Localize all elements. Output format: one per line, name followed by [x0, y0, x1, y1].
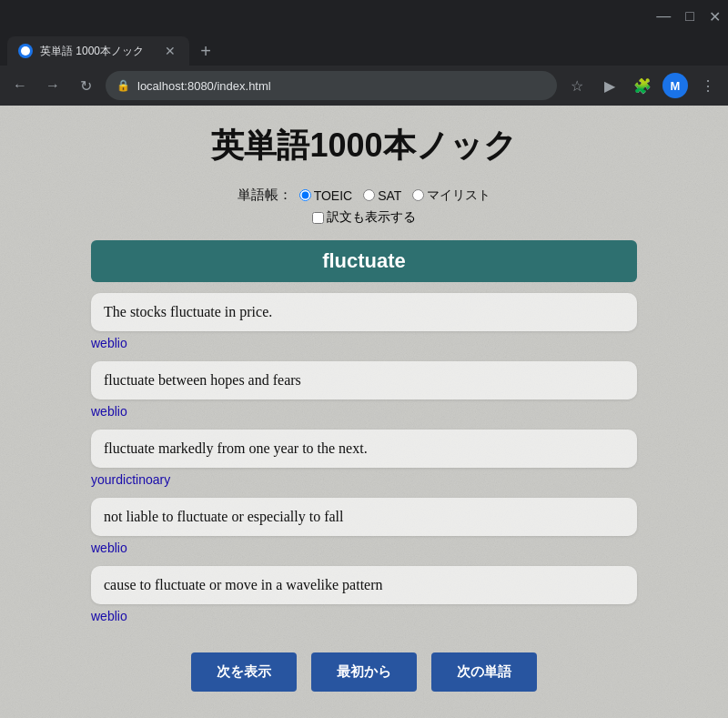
example-text-0: The stocks fluctuate in price. [104, 304, 272, 319]
example-box-4: cause to fluctuate or move in a wavelike… [91, 566, 637, 604]
source-link-2[interactable]: yourdictinoary [91, 472, 170, 487]
next-word-button[interactable]: 次の単語 [431, 652, 537, 692]
menu-icon[interactable]: ⋮ [695, 73, 721, 98]
source-link-0[interactable]: weblio [91, 336, 127, 350]
youtube-icon[interactable]: ▶ [597, 73, 622, 98]
extensions-icon[interactable]: 🧩 [630, 73, 655, 98]
example-text-1: fluctuate between hopes and fears [104, 372, 301, 388]
address-bar-row: ← → ↻ 🔒 localhost:8080/index.html ☆ ▶ 🧩 … [0, 66, 728, 106]
restart-button[interactable]: 最初から [311, 652, 417, 692]
maximize-icon[interactable]: □ [685, 8, 694, 25]
example-box-1: fluctuate between hopes and fears [91, 361, 637, 399]
source-link-3[interactable]: weblio [91, 541, 127, 555]
radio-sat-label: SAT [378, 188, 401, 203]
example-box-2: fluctuate markedly from one year to the … [91, 430, 637, 468]
minimize-icon[interactable]: — [656, 8, 671, 25]
bookmark-icon[interactable]: ☆ [564, 73, 590, 98]
button-row: 次を表示 最初から 次の単語 [91, 652, 637, 692]
wordbook-label: 単語帳： [238, 187, 292, 204]
address-bar[interactable]: 🔒 localhost:8080/index.html [106, 71, 557, 100]
wordbook-row: 単語帳： TOEIC SAT マイリスト [91, 187, 637, 204]
avatar[interactable]: M [662, 73, 688, 98]
page-title: 英単語1000本ノック [91, 124, 637, 168]
window-controls: — □ ✕ [656, 8, 721, 25]
tab-title: 英単語 1000本ノック [40, 44, 144, 59]
close-icon[interactable]: ✕ [709, 8, 721, 25]
translation-label: 訳文も表示する [327, 209, 416, 226]
source-link-4[interactable]: weblio [91, 609, 127, 623]
translation-checkbox[interactable] [312, 212, 324, 224]
radio-mylist-label: マイリスト [427, 187, 490, 204]
radio-toeic-input[interactable] [299, 189, 311, 201]
url-text: localhost:8080/index.html [137, 79, 271, 93]
source-link-1[interactable]: weblio [91, 404, 127, 419]
translation-row: 訳文も表示する [91, 209, 637, 226]
tab-favicon [18, 44, 33, 58]
radio-mylist[interactable]: マイリスト [412, 187, 490, 204]
new-tab-button[interactable]: + [193, 38, 218, 64]
tab-close-button[interactable]: ✕ [162, 43, 178, 59]
word-header: fluctuate [91, 240, 637, 282]
back-button[interactable]: ← [7, 73, 33, 98]
toolbar-right: ☆ ▶ 🧩 M ⋮ [564, 73, 721, 98]
radio-toeic-label: TOEIC [314, 188, 353, 203]
active-tab[interactable]: 英単語 1000本ノック ✕ [7, 36, 189, 66]
lock-icon: 🔒 [116, 79, 130, 92]
page-inner: 英単語1000本ノック 単語帳： TOEIC SAT マイリスト [91, 124, 637, 692]
reload-button[interactable]: ↻ [73, 73, 98, 98]
radio-toeic[interactable]: TOEIC [299, 188, 353, 203]
example-text-3: not liable to fluctuate or especially to… [104, 509, 343, 524]
browser-chrome: — □ ✕ 英単語 1000本ノック ✕ + ← → ↻ 🔒 localhost… [0, 0, 728, 106]
page-content: 英単語1000本ノック 単語帳： TOEIC SAT マイリスト [0, 106, 728, 718]
example-text-4: cause to fluctuate or move in a wavelike… [104, 577, 383, 592]
forward-button[interactable]: → [40, 73, 66, 98]
example-box-0: The stocks fluctuate in price. [91, 293, 637, 331]
radio-mylist-input[interactable] [412, 189, 424, 201]
example-text-2: fluctuate markedly from one year to the … [104, 440, 368, 456]
example-box-3: not liable to fluctuate or especially to… [91, 498, 637, 536]
radio-sat[interactable]: SAT [363, 188, 401, 203]
radio-sat-input[interactable] [363, 189, 375, 201]
svg-point-0 [21, 46, 30, 56]
next-display-button[interactable]: 次を表示 [191, 652, 297, 692]
title-bar: — □ ✕ [0, 0, 728, 33]
tab-bar: 英単語 1000本ノック ✕ + [0, 33, 728, 66]
radio-group: TOEIC SAT マイリスト [299, 187, 491, 204]
translation-checkbox-label[interactable]: 訳文も表示する [312, 209, 416, 226]
word-text: fluctuate [322, 249, 406, 272]
